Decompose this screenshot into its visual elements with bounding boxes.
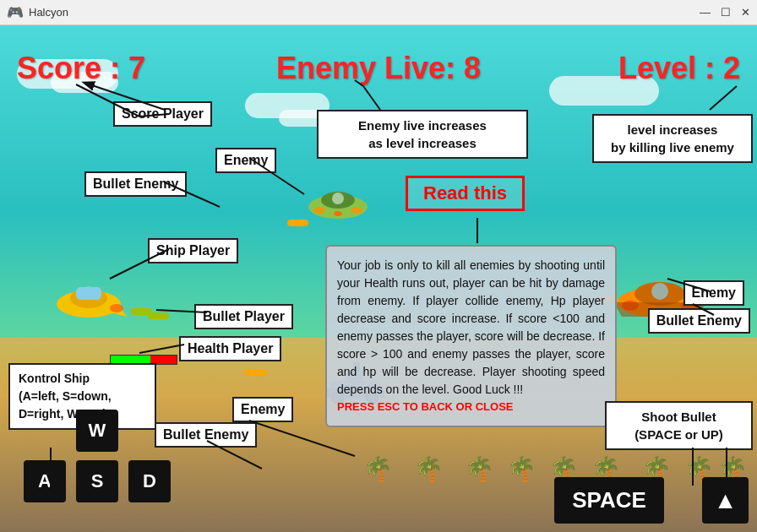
minimize-button[interactable]: — xyxy=(700,6,711,19)
ship-player-label: Ship Player xyxy=(148,238,238,263)
enemy-bullet-bottom xyxy=(245,369,266,376)
enemy-right-label: Enemy xyxy=(683,280,744,306)
enemy-live-display: Enemy Live: 8 xyxy=(276,51,481,86)
player-bullet-2 xyxy=(148,312,169,319)
bullet-enemy-bottom-label: Bullet Enemy xyxy=(155,422,257,448)
player-ship xyxy=(51,274,127,335)
shoot-bullet-box: Shoot Bullet (SPACE or UP) xyxy=(605,401,753,450)
w-key[interactable]: W xyxy=(76,410,118,452)
svg-point-11 xyxy=(334,211,342,216)
level-desc: level increases by killing live enemy xyxy=(592,114,753,163)
svg-point-5 xyxy=(110,304,123,312)
up-arrow-key[interactable]: ▲ xyxy=(702,477,749,524)
enemy-live-desc: Enemy live increases as level increases xyxy=(317,110,528,159)
bullet-enemy-right-label: Bullet Enemy xyxy=(648,308,750,334)
app-icon: 🎮 xyxy=(7,4,24,20)
enemy-bottom-label: Enemy xyxy=(232,397,293,422)
bullet-player-label: Bullet Player xyxy=(194,304,293,329)
health-player-label: Health Player xyxy=(179,336,281,361)
window-title: Halcyon xyxy=(29,6,68,19)
score-display: Score : 7 xyxy=(17,51,145,86)
game-area: 🌴 🌴 🌴 🌴 🌴 🌴 🌴 🌴 🌴 Score : 7 Enemy Live: … xyxy=(0,25,757,532)
level-display: Level : 2 xyxy=(618,51,740,86)
score-player-label: Score Player xyxy=(113,101,212,127)
svg-point-4 xyxy=(82,286,95,300)
read-this-box: Read this xyxy=(406,176,525,211)
enemy-bullet-1 xyxy=(287,220,308,226)
palm-tree: 🌴 xyxy=(363,458,393,481)
bullet-enemy-label: Bullet Enemy xyxy=(84,171,187,197)
d-key[interactable]: D xyxy=(128,460,171,502)
info-panel: Your job is only to kill all enemies by … xyxy=(325,245,617,427)
palm-tree: 🌴 xyxy=(507,458,536,481)
svg-point-14 xyxy=(651,283,668,300)
svg-point-9 xyxy=(313,207,325,214)
info-text: Your job is only to kill all enemies by … xyxy=(337,257,605,399)
close-button[interactable]: ✕ xyxy=(741,6,750,19)
enemy-label: Enemy xyxy=(215,148,276,173)
space-key[interactable]: SPACE xyxy=(554,477,664,524)
palm-tree: 🌴 xyxy=(414,458,444,481)
window-titlebar: 🎮 Halcyon — ☐ ✕ xyxy=(0,0,757,25)
svg-point-10 xyxy=(351,207,362,214)
svg-point-8 xyxy=(332,193,344,204)
s-key[interactable]: S xyxy=(76,460,118,502)
window-controls[interactable]: — ☐ ✕ xyxy=(700,6,750,19)
palm-tree: 🌴 xyxy=(465,458,494,481)
enemy-ship-1 xyxy=(304,182,372,231)
maximize-button[interactable]: ☐ xyxy=(721,6,731,19)
a-key[interactable]: A xyxy=(24,460,66,502)
press-esc-text: PRESS ESC TO BACK OR CLOSE xyxy=(337,399,605,415)
